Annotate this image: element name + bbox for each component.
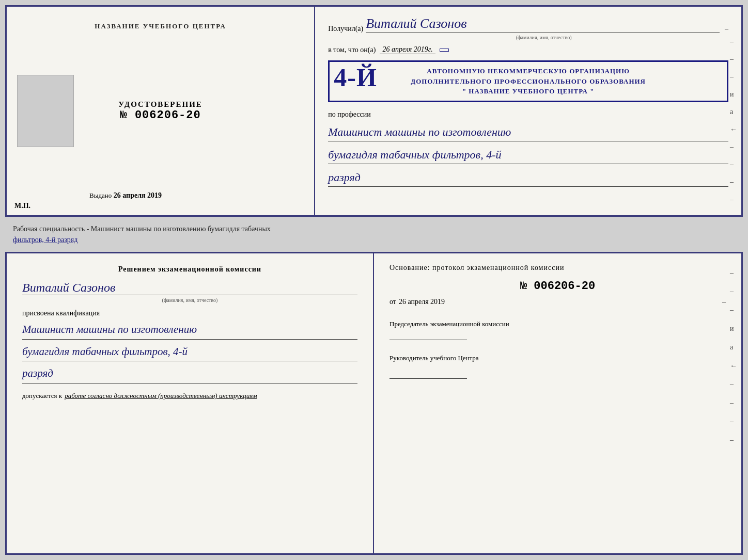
vtom-line: в том, что он(а) 26 апреля 2019г.: [328, 45, 728, 54]
profession-line3: разряд: [328, 168, 728, 187]
prisvoena-label: присвоена квалификация: [22, 309, 357, 317]
vydano-label: Выдано: [89, 191, 112, 199]
predsedatel-signature-line: [389, 340, 467, 340]
vtom-label: в том, что он(а): [328, 46, 376, 54]
recipient-name: Виталий Сазонов: [366, 16, 720, 33]
komissia-title: Решением экзаменационной комиссии: [22, 264, 357, 275]
certificate-bottom: Решением экзаменационной комиссии Витали…: [5, 252, 743, 555]
stamp-number: 4-й: [334, 65, 377, 90]
rukovoditel-label: Руководитель учебного Центра: [389, 353, 726, 363]
bottom-profession-line1: Машинист машины по изготовлению: [22, 321, 357, 340]
photo-placeholder: [17, 75, 74, 147]
bottom-left: Решением экзаменационной комиссии Витали…: [7, 253, 374, 553]
profession-line2: бумагидля табачных фильтров, 4-й: [328, 146, 728, 164]
name-caption: (фамилия, имя, отчество): [359, 35, 728, 40]
bottom-name-caption: (фамилия, имя, отчество): [22, 297, 357, 303]
vtom-date: 26 апреля 2019г.: [380, 45, 435, 54]
page-container: НАЗВАНИЕ УЧЕБНОГО ЦЕНТРА УДОСТОВЕРЕНИЕ №…: [0, 0, 748, 560]
middle-text-block: Рабочая специальность - Машинист машины …: [5, 221, 743, 248]
stamp-line1: АВТОНОМНУЮ НЕКОММЕРЧЕСКУЮ ОРГАНИЗАЦИЮ: [336, 66, 721, 76]
poluchil-label: Получил(а): [328, 25, 363, 33]
predsedatel-label: Председатель экзаменационной комиссии: [389, 319, 726, 329]
cert-right: Получил(а) Виталий Сазонов – (фамилия, и…: [315, 7, 741, 215]
dash-after-name: –: [725, 25, 728, 33]
bottom-right: Основание: протокол экзаменационной коми…: [374, 253, 741, 553]
middle-text-main: Рабочая специальность - Машинист машины …: [13, 225, 271, 233]
bottom-profession-line2: бумагидля табачных фильтров, 4-й: [22, 343, 357, 362]
dopuskaetsya-text: работе согласно должностным (производств…: [65, 392, 257, 400]
dopuskaetsya-label: допускается к: [22, 392, 62, 400]
vydano-date: 26 апреля 2019: [114, 191, 162, 199]
vydano-block: Выдано 26 апреля 2019: [89, 191, 162, 200]
stamp-line3: " НАЗВАНИЕ УЧЕБНОГО ЦЕНТРА ": [336, 86, 721, 97]
dopuskaetsya-line: допускается к работе согласно должностны…: [22, 392, 357, 400]
rukovoditel-signature-line: [389, 378, 467, 379]
bottom-recipient-name: Виталий Сазонов: [22, 281, 357, 295]
right-dashes-bottom: – – – и а ← – – – –: [730, 269, 737, 444]
mp-label: М.П.: [14, 202, 30, 210]
stamp-line2: ДОПОЛНИТЕЛЬНОГО ПРОФЕССИОНАЛЬНОГО ОБРАЗО…: [336, 76, 721, 87]
certificate-top: НАЗВАНИЕ УЧЕБНОГО ЦЕНТРА УДОСТОВЕРЕНИЕ №…: [5, 5, 743, 217]
poluchil-line: Получил(а) Виталий Сазонов –: [328, 16, 728, 33]
middle-text-underline: фильтров, 4-й разряд: [13, 236, 77, 244]
cert-left: НАЗВАНИЕ УЧЕБНОГО ЦЕНТРА УДОСТОВЕРЕНИЕ №…: [7, 7, 315, 215]
stamp-block: 4-й АВТОНОМНУЮ НЕКОММЕРЧЕСКУЮ ОРГАНИЗАЦИ…: [328, 60, 728, 102]
udostoverenie-label: УДОСТОВЕРЕНИЕ: [118, 100, 202, 109]
ot-date: 26 апреля 2019: [399, 298, 445, 306]
ot-line: от 26 апреля 2019 –: [389, 298, 726, 306]
osnovanie-label: Основание: протокол экзаменационной коми…: [389, 264, 726, 272]
bottom-number: № 006206-20: [389, 280, 726, 293]
profession-line1: Машинист машины по изготовлению: [328, 123, 728, 141]
predsedatel-section: Председатель экзаменационной комиссии: [389, 319, 726, 340]
right-dashes-top: – – – и а ← – – – –: [730, 38, 737, 204]
cert-udostoverenie-block: УДОСТОВЕРЕНИЕ № 006206-20: [118, 100, 202, 122]
cert-number: № 006206-20: [118, 109, 202, 122]
bottom-profession-line3: разряд: [22, 364, 357, 383]
po-professii-label: по профессии: [328, 110, 728, 119]
training-center-label-top: НАЗВАНИЕ УЧЕБНОГО ЦЕНТРА: [95, 22, 226, 30]
ot-label: от: [389, 298, 396, 306]
okончil-label: [440, 49, 449, 52]
